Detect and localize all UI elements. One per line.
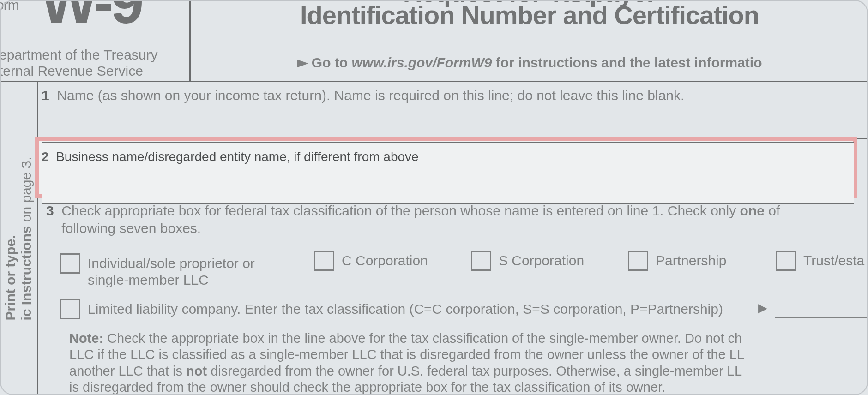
dept-irs: ternal Revenue Service xyxy=(0,63,158,79)
line3-head-b: of xyxy=(765,203,780,218)
line1-num: 1 xyxy=(42,88,49,103)
line2-text: Business name/disregarded entity name, i… xyxy=(56,150,418,164)
note-label: Note: xyxy=(69,331,103,346)
line3-head-a: Check appropriate box for federal tax cl… xyxy=(61,203,740,218)
llc-section: Limited liability company. Enter the tax… xyxy=(42,299,868,395)
goto-line: ▶ Go to www.irs.gov/FormW9 for instructi… xyxy=(191,54,868,71)
goto-pre: Go to xyxy=(312,55,352,70)
checkbox-llc[interactable] xyxy=(60,299,80,319)
arrow-right-icon-2: ▶ xyxy=(758,301,767,315)
line2-num: 2 xyxy=(42,150,49,164)
checkbox-partnership[interactable] xyxy=(628,251,648,271)
checkbox-scorp[interactable] xyxy=(471,251,491,271)
note-b: LLC if the LLC is classified as a single… xyxy=(69,347,744,362)
label-individual-b: single-member LLC xyxy=(88,272,209,287)
note-c-b: disregarded from the owner for U.S. fede… xyxy=(207,364,742,378)
line-3: 3 Check appropriate box for federal tax … xyxy=(42,202,868,287)
llc-note: Note: Check the appropriate box in the l… xyxy=(42,330,868,395)
checkbox-individual[interactable] xyxy=(60,253,80,274)
side-instructions: Print or type. ic Instructions on page 3… xyxy=(0,82,38,395)
w9-form-page: orm W-9 epartment of the Treasury ternal… xyxy=(0,0,868,395)
llc-class-input-line[interactable] xyxy=(775,317,868,318)
label-ccorp: C Corporation xyxy=(342,252,428,269)
label-individual: Individual/sole proprietor or single-mem… xyxy=(88,255,255,288)
classification-boxes: Individual/sole proprietor or single-mem… xyxy=(42,251,868,287)
side-rotated-text: Print or type. ic Instructions on page 3… xyxy=(3,156,34,320)
header-right-cell: Request for Taxpayer Identification Numb… xyxy=(191,0,868,82)
side-instr-b: on page 3. xyxy=(18,156,34,226)
label-trust: Trust/esta xyxy=(803,252,864,269)
line3-one: one xyxy=(740,203,765,218)
line3-heading: 3 Check appropriate box for federal tax … xyxy=(42,202,868,237)
line-2[interactable]: 2 Business name/disregarded entity name,… xyxy=(42,142,854,204)
title-line2: Identification Number and Certification xyxy=(191,0,868,30)
side-instr-a: ic Instructions xyxy=(18,226,34,321)
note-a: Check the appropriate box in the line ab… xyxy=(103,331,742,346)
note-d: is disregarded from the owner should che… xyxy=(69,380,665,395)
checkbox-trust[interactable] xyxy=(776,251,796,271)
line3-num: 3 xyxy=(46,203,54,218)
label-scorp: S Corporation xyxy=(499,252,584,269)
label-llc: Limited liability company. Enter the tax… xyxy=(88,301,723,317)
line3-head-c: following seven boxes. xyxy=(61,221,201,236)
label-individual-a: Individual/sole proprietor or xyxy=(88,256,255,271)
line1-text: Name (as shown on your income tax return… xyxy=(57,88,684,103)
goto-url: www.irs.gov/FormW9 xyxy=(352,55,492,70)
form-number-w9: W-9 xyxy=(41,0,141,37)
label-partnership: Partnership xyxy=(656,252,726,269)
dept-treasury: epartment of the Treasury xyxy=(0,47,158,63)
department-block: epartment of the Treasury ternal Revenue… xyxy=(0,47,158,79)
side-print-type: Print or type. xyxy=(3,235,18,321)
header-left-cell: orm W-9 epartment of the Treasury ternal… xyxy=(0,0,191,82)
checkbox-ccorp[interactable] xyxy=(314,251,334,271)
arrow-right-icon: ▶ xyxy=(297,57,308,68)
line-1: 1 Name (as shown on your income tax retu… xyxy=(42,88,868,139)
note-c-not: not xyxy=(186,364,207,378)
form-word: orm xyxy=(0,0,19,13)
goto-post: for instructions and the latest informat… xyxy=(492,55,762,70)
note-c-a: another LLC that is xyxy=(69,364,186,378)
